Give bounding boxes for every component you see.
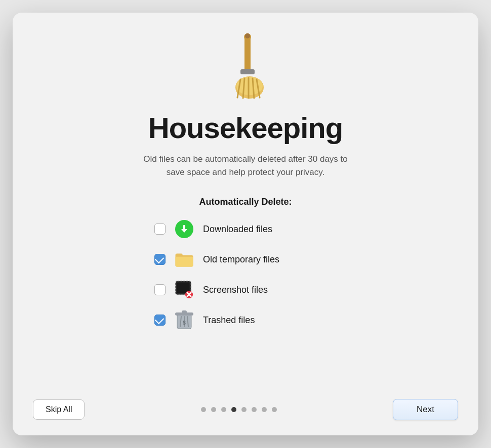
- checkbox-downloaded[interactable]: [154, 223, 166, 235]
- option-label-downloaded: Downloaded files: [203, 224, 272, 235]
- pagination-dots: [201, 407, 277, 412]
- dot-7: [262, 407, 267, 412]
- dot-2: [211, 407, 216, 412]
- svg-marker-12: [181, 229, 187, 233]
- checkbox-screenshot[interactable]: [154, 284, 166, 295]
- next-button[interactable]: Next: [393, 399, 458, 420]
- download-icon: [175, 219, 194, 239]
- dot-1: [201, 407, 206, 412]
- screenshot-icon: [175, 280, 194, 299]
- checkbox-temp[interactable]: [154, 254, 166, 265]
- housekeeping-dialog: Housekeeping Old files can be automatica…: [13, 13, 478, 435]
- dot-5: [241, 407, 247, 412]
- svg-text:$: $: [183, 320, 186, 326]
- option-row-screenshot: Screenshot files: [154, 280, 337, 299]
- svg-rect-11: [183, 225, 185, 230]
- dot-6: [252, 407, 257, 412]
- svg-point-10: [245, 33, 250, 38]
- checkbox-trashed[interactable]: [154, 315, 166, 326]
- svg-rect-1: [240, 69, 255, 74]
- page-title: Housekeeping: [148, 111, 343, 145]
- footer: Skip All Next: [33, 399, 458, 420]
- dot-8: [272, 407, 277, 412]
- option-label-trashed: Trashed files: [203, 315, 255, 326]
- option-row-downloaded: Downloaded files: [154, 219, 337, 239]
- dot-3: [221, 407, 226, 412]
- section-label: Automatically Delete:: [199, 197, 292, 207]
- options-list: Downloaded files Old temporary files: [154, 219, 337, 330]
- option-row-temp: Old temporary files: [154, 250, 337, 269]
- trash-icon: $: [175, 310, 194, 330]
- svg-rect-0: [244, 35, 251, 73]
- option-label-temp: Old temporary files: [203, 254, 279, 265]
- option-label-screenshot: Screenshot files: [203, 285, 268, 295]
- folder-icon: [175, 250, 194, 269]
- page-subtitle: Old files can be automatically deleted a…: [139, 153, 352, 178]
- svg-rect-21: [182, 310, 187, 313]
- dot-4: [231, 407, 236, 412]
- broom-icon: [215, 33, 276, 99]
- option-row-trashed: $ Trashed files: [154, 310, 337, 330]
- skip-all-button[interactable]: Skip All: [33, 399, 85, 420]
